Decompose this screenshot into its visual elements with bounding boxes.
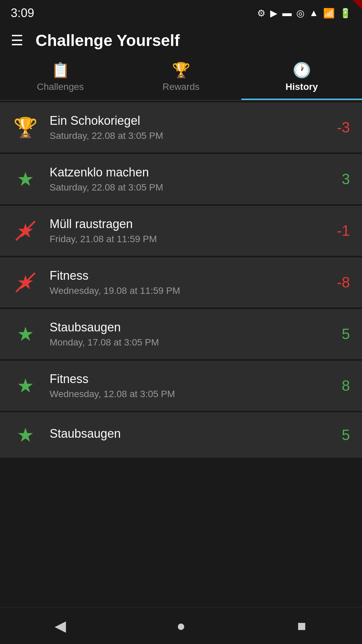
item-score: 8 [323,377,350,394]
star-green-icon: ★ [17,168,34,191]
item-title: Staubsaugen [50,320,312,334]
battery-icon: 🔋 [340,8,351,19]
item-text: Fitness Wednesday, 19.08 at 11:59 PM [50,269,312,296]
list-item[interactable]: 🏆 Ein Schokoriegel Saturday, 22.08 at 3:… [0,103,362,152]
list-item[interactable]: ★ Müll raustragen Friday, 21.08 at 11:59… [0,206,362,256]
app-bar: ☰ Challenge Yourself [0,23,362,57]
rewards-icon: 🏆 [172,61,190,79]
list-item[interactable]: ★ Katzenklo machen Saturday, 22.08 at 3:… [0,154,362,204]
play-icon: ▶ [270,8,278,19]
sd-icon: ▬ [282,8,292,18]
star-crossed-icon: ★ [14,220,37,242]
app-title: Challenge Yourself [36,31,180,50]
wifi-icon: ▲ [309,8,318,18]
item-text: Fitness Wednesday, 12.08 at 3:05 PM [50,372,312,399]
status-time: 3:09 [11,6,34,20]
list-item[interactable]: ★ Fitness Wednesday, 19.08 at 11:59 PM -… [0,258,362,307]
nav-recent-button[interactable]: ■ [285,614,318,638]
star-crossed-icon: ★ [14,271,37,293]
item-score: 5 [323,427,350,443]
item-text: Katzenklo machen Saturday, 22.08 at 3:05… [50,165,312,193]
item-date: Saturday, 22.08 at 3:05 PM [50,130,312,141]
item-title: Ein Schokoriegel [50,114,312,128]
item-date: Saturday, 22.08 at 3:05 PM [50,182,312,193]
nav-back-button[interactable]: ◀ [44,614,77,638]
item-date: Monday, 17.08 at 3:05 PM [50,337,312,348]
nav-home-button[interactable]: ● [164,614,198,638]
tab-challenges[interactable]: 📋 Challenges [0,57,121,100]
star-green-icon: ★ [17,323,34,345]
item-icon-wrap: ★ [12,271,39,293]
signal-icon: 📶 [323,8,335,19]
trophy-icon: 🏆 [13,116,38,139]
item-date: Friday, 21.08 at 11:59 PM [50,234,312,245]
item-text: Staubsaugen [50,427,312,443]
item-icon-wrap: 🏆 [12,116,39,139]
item-title: Staubsaugen [50,427,312,441]
item-title: Fitness [50,372,312,386]
item-icon-wrap: ★ [12,323,39,345]
item-score: -3 [323,119,350,136]
target-icon: ◎ [296,8,304,19]
star-green-icon: ★ [17,424,34,446]
list-item[interactable]: ★ Staubsaugen 5 [0,413,362,458]
tab-rewards-label: Rewards [163,82,199,92]
item-score: 3 [323,171,350,187]
star-green-icon: ★ [17,374,34,397]
item-date: Wednesday, 12.08 at 3:05 PM [50,389,312,399]
challenges-icon: 📋 [51,61,70,79]
status-icons: ⚙ ▶ ▬ ◎ ▲ 📶 🔋 [257,8,351,19]
history-icon: 🕐 [293,61,311,79]
item-text: Müll raustragen Friday, 21.08 at 11:59 P… [50,217,312,245]
item-text: Staubsaugen Monday, 17.08 at 3:05 PM [50,320,312,348]
tab-bar: 📋 Challenges 🏆 Rewards 🕐 History [0,57,362,101]
item-score: -8 [323,274,350,291]
item-icon-wrap: ★ [12,374,39,397]
nav-bar: ◀ ● ■ [0,607,362,644]
tab-history-label: History [286,82,318,92]
item-icon-wrap: ★ [12,220,39,242]
item-score: -1 [323,222,350,239]
settings-icon: ⚙ [257,8,265,19]
tab-challenges-label: Challenges [37,82,84,92]
tab-history[interactable]: 🕐 History [241,57,362,100]
tab-rewards[interactable]: 🏆 Rewards [121,57,241,100]
item-score: 5 [323,326,350,342]
item-icon-wrap: ★ [12,424,39,446]
list-item[interactable]: ★ Fitness Wednesday, 12.08 at 3:05 PM 8 [0,361,362,411]
menu-icon[interactable]: ☰ [11,32,23,49]
status-bar: 3:09 ⚙ ▶ ▬ ◎ ▲ 📶 🔋 [0,0,362,23]
item-title: Katzenklo machen [50,165,312,179]
item-icon-wrap: ★ [12,168,39,191]
item-date: Wednesday, 19.08 at 11:59 PM [50,285,312,296]
history-list: 🏆 Ein Schokoriegel Saturday, 22.08 at 3:… [0,103,362,458]
item-title: Müll raustragen [50,217,312,231]
item-title: Fitness [50,269,312,283]
list-item[interactable]: ★ Staubsaugen Monday, 17.08 at 3:05 PM 5 [0,309,362,359]
item-text: Ein Schokoriegel Saturday, 22.08 at 3:05… [50,114,312,141]
